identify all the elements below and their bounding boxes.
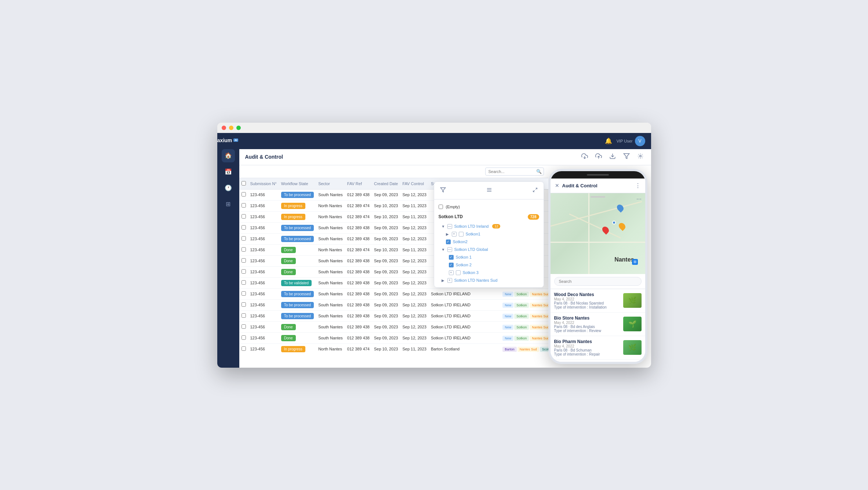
sidebar-item-home[interactable]: 🏠	[222, 149, 235, 162]
tag-badge: Nantes Sud	[530, 336, 548, 341]
state-badge: To be validated	[281, 280, 312, 286]
tree-node-global[interactable]: ▼ — Sotkon LTD Global	[434, 246, 544, 253]
sotkon1-checkbox[interactable]	[459, 232, 464, 237]
row-checkbox[interactable]	[241, 302, 246, 307]
mobile-list[interactable]: Wood Deco Nantes May 4, 2022 Paris 08 · …	[551, 289, 645, 364]
table-row[interactable]: 123-456 Done South Nantes 012 389 438 Se…	[239, 332, 548, 343]
state-badge: To be processed	[281, 313, 314, 319]
row-checkbox[interactable]	[241, 313, 246, 318]
row-checkbox[interactable]	[241, 192, 246, 197]
mobile-close-icon[interactable]: ✕	[555, 183, 559, 188]
filter-expand-icon[interactable]	[531, 186, 539, 195]
empty-checkbox[interactable]	[439, 205, 443, 209]
submission-id: 123-456	[248, 332, 279, 343]
cloud-download-icon[interactable]	[580, 151, 589, 162]
svg-marker-3	[624, 154, 629, 159]
tree-label-sotkon1: Sotkon1	[466, 232, 480, 236]
fav-control: Sep 12, 2023	[400, 233, 428, 244]
workflow-state: In progress	[279, 211, 316, 222]
mobile-list-item[interactable]: Wood Deco Nantes May 4, 2022 Paris 08 · …	[551, 289, 645, 313]
table-row[interactable]: 123-456 To be processed South Nantes 012…	[239, 288, 548, 299]
filter-icon[interactable]	[622, 151, 631, 162]
map-more-icon[interactable]: ⋯	[636, 196, 642, 202]
tree-node-sotkon-g1[interactable]: ✓ Sotkon 1	[434, 253, 544, 261]
row-checkbox[interactable]	[241, 346, 246, 351]
row-checkbox[interactable]	[241, 324, 246, 329]
sotkon-g1-checkbox[interactable]: ✓	[449, 255, 454, 260]
table-row[interactable]: 123-456 To be processed South Nantes 012…	[239, 299, 548, 310]
row-checkbox[interactable]	[241, 291, 246, 296]
filter-empty-item[interactable]: (Empty)	[434, 202, 544, 211]
mobile-item-date: May 4, 2022	[554, 321, 620, 325]
fav-control: Sep 12, 2023	[400, 255, 428, 266]
row-checkbox[interactable]	[241, 225, 246, 230]
sidebar-item-grid[interactable]: ⊞	[222, 198, 235, 211]
state-badge: To be processed	[281, 192, 314, 198]
mobile-list-item[interactable]: Bio Pharm Nantes May 4, 2022 Paris 08 · …	[551, 336, 645, 360]
tree-label-ireland: Sotkon LTD Ireland	[454, 224, 489, 228]
select-all-checkbox[interactable]	[241, 181, 246, 185]
table-row[interactable]: 123-456 To be processed South Nantes 012…	[239, 310, 548, 321]
notification-bell-icon[interactable]: 🔔	[605, 137, 612, 144]
svg-marker-5	[440, 188, 445, 192]
mobile-search-input[interactable]	[554, 277, 642, 286]
filter-funnel-icon[interactable]	[439, 185, 447, 195]
table-row[interactable]: 123-456 In progress North Nantes 012 389…	[239, 343, 548, 353]
row-checkbox[interactable]	[241, 280, 246, 285]
tree-node-sotkon2[interactable]: ✓ Sotkon2	[434, 238, 544, 246]
tree-node-sotkon-g2[interactable]: ✓ Sotkon 2	[434, 261, 544, 269]
mobile-map[interactable]: Nantes ⊞ ⋯	[551, 193, 645, 274]
plus-icon-sotkon1: +	[452, 232, 457, 237]
row-checkbox[interactable]	[241, 269, 246, 274]
fav-ref: 012 389 438	[345, 277, 372, 288]
user-label: VIP User	[617, 139, 633, 143]
tag-badge: Scotland	[540, 347, 548, 352]
minimize-button[interactable]	[229, 126, 233, 130]
map-pin-orange[interactable]	[617, 221, 627, 231]
close-button[interactable]	[222, 126, 226, 130]
row-checkbox[interactable]	[241, 203, 246, 208]
row-checkbox[interactable]	[241, 335, 246, 340]
workflow-state: Done	[279, 321, 316, 332]
map-pin-blue[interactable]	[615, 203, 625, 212]
sotkon-g3-checkbox[interactable]	[456, 270, 461, 275]
map-drag-handle[interactable]	[591, 196, 605, 198]
row-checkbox[interactable]	[241, 247, 246, 252]
settings-icon[interactable]	[636, 151, 645, 162]
tree-node-sotkon-g3[interactable]: + Sotkon 3	[434, 269, 544, 277]
tag-badge: Sotkon	[514, 292, 529, 297]
mobile-search-area	[551, 274, 645, 289]
mobile-screen: ✕ Audit & Control ⋮	[551, 179, 645, 364]
filter-body[interactable]: (Empty) Sotkon LTD 728 ▼ — S	[434, 199, 544, 287]
tree-node-nantes[interactable]: ▶ + Sotkon LTD Nantes Sud	[434, 277, 544, 284]
tags-cell: NewSotkonNantes SudIreland	[500, 321, 548, 332]
map-location-dot	[612, 221, 616, 224]
tag-badge: Barton	[502, 347, 517, 352]
col-submission: Submission N°	[248, 178, 279, 190]
upload-icon[interactable]	[594, 151, 603, 162]
filter-menu-icon[interactable]	[485, 185, 494, 195]
fav-ref: 012 389 438	[345, 288, 372, 299]
created-date: Sep 09, 2023	[372, 255, 400, 266]
minus-global-icon: —	[447, 247, 452, 252]
row-checkbox[interactable]	[241, 258, 246, 263]
sidebar-item-clock[interactable]: 🕐	[222, 181, 235, 195]
search-input[interactable]	[485, 167, 544, 176]
avatar[interactable]: V	[635, 136, 645, 146]
sotkon-g2-checkbox[interactable]: ✓	[449, 263, 454, 267]
row-checkbox[interactable]	[241, 236, 246, 241]
table-row[interactable]: 123-456 Done South Nantes 012 389 438 Se…	[239, 321, 548, 332]
tree-node-sotkon1[interactable]: ▶ + Sotkon1	[434, 230, 544, 238]
download-icon[interactable]	[608, 151, 617, 162]
sotkon2-checkbox[interactable]: ✓	[446, 239, 451, 244]
row-checkbox[interactable]	[241, 214, 246, 219]
mobile-list-item[interactable]: Bio Store Nantes May 4, 2022 Paris 08 · …	[551, 313, 645, 336]
mobile-more-icon[interactable]: ⋮	[635, 182, 641, 189]
maximize-button[interactable]	[236, 126, 241, 130]
mobile-item-type: Type of intervention : Installation	[554, 305, 620, 309]
tree-node-ireland[interactable]: ▼ — Sotkon LTD Ireland 12	[434, 223, 544, 230]
row-checkbox-cell	[239, 211, 248, 222]
row-checkbox-cell	[239, 200, 248, 211]
tags-cell: NewSotkonNantes SudIreland	[500, 288, 548, 299]
sidebar-item-calendar[interactable]: 📅	[222, 165, 235, 179]
